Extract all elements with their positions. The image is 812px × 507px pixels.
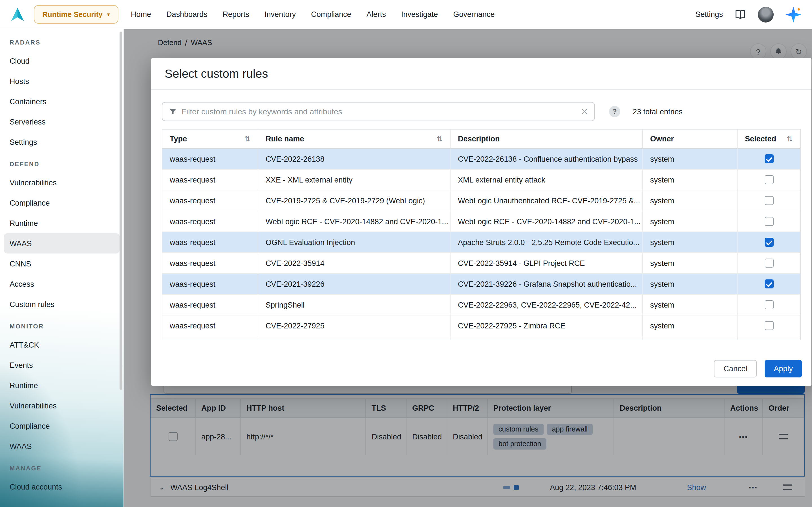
column-owner[interactable]: Owner	[643, 129, 738, 149]
rule-select-checkbox[interactable]	[764, 238, 773, 247]
rule-name: XXE - XML external entity	[258, 170, 451, 190]
rules-table-header: Type ⇅ Rule name ⇅ Description Owner Sel…	[162, 129, 800, 149]
sidebar-item-monitor-att-ck[interactable]: ATT&CK	[4, 335, 119, 355]
column-type[interactable]: Type ⇅	[162, 129, 258, 149]
prisma-star-icon[interactable]	[785, 6, 802, 23]
sidebar: RADARSCloudHostsContainersServerlessSett…	[0, 29, 124, 507]
apply-button[interactable]: Apply	[765, 360, 802, 378]
rule-owner: system	[643, 253, 738, 273]
runtime-security-logo-icon[interactable]	[8, 5, 27, 24]
rule-row[interactable]: waas-request WebLogic RCE - CVE-2020-148…	[162, 211, 800, 232]
rule-row[interactable]: waas-request OGNL Evaluation Injection A…	[162, 232, 800, 253]
sidebar-item-defend-waas[interactable]: WAAS	[4, 233, 119, 253]
sidebar-scrollbar[interactable]	[119, 32, 122, 390]
column-description[interactable]: Description	[451, 129, 643, 149]
rule-select-checkbox[interactable]	[764, 279, 773, 288]
sidebar-item-defend-compliance[interactable]: Compliance	[4, 193, 119, 213]
rule-owner: system	[643, 295, 738, 315]
column-selected[interactable]: Selected ⇅	[738, 129, 800, 149]
topnav-right: Settings	[695, 6, 802, 23]
rule-type: waas-request	[162, 295, 258, 315]
rule-type: waas-request	[162, 149, 258, 169]
column-rule-name[interactable]: Rule name ⇅	[258, 129, 451, 149]
rule-row[interactable]: waas-request SpringShell CVE-2022-22963,…	[162, 295, 800, 316]
rule-select-checkbox[interactable]	[764, 175, 773, 184]
rule-row[interactable]: waas-request CVE-2019-2725 & CVE-2019-27…	[162, 190, 800, 211]
sidebar-section-defend: DEFEND	[0, 152, 123, 172]
sidebar-item-defend-cnns[interactable]: CNNS	[4, 253, 119, 274]
rule-select-checkbox[interactable]	[764, 321, 773, 330]
sidebar-item-radars-serverless[interactable]: Serverless	[4, 112, 119, 132]
rule-description: CVE-2022-22963, CVE-2022-22965, CVE-2022…	[451, 295, 643, 315]
rule-owner: system	[643, 211, 738, 231]
modal-toolbar: × ? 23 total entries	[162, 102, 801, 121]
rules-table: Type ⇅ Rule name ⇅ Description Owner Sel…	[162, 129, 801, 340]
sidebar-item-radars-settings[interactable]: Settings	[4, 132, 119, 152]
sort-icon[interactable]: ⇅	[786, 135, 793, 143]
sidebar-item-radars-containers[interactable]: Containers	[4, 91, 119, 112]
sidebar-item-radars-cloud[interactable]: Cloud	[4, 51, 119, 71]
rule-select-checkbox[interactable]	[764, 259, 773, 268]
sidebar-item-monitor-compliance[interactable]: Compliance	[4, 416, 119, 436]
chevron-down-icon: ▾	[107, 11, 110, 17]
nav-item-dashboards[interactable]: Dashboards	[166, 10, 207, 18]
rule-name: OGNL Evaluation Injection	[258, 232, 451, 252]
top-nav: Runtime Security ▾ HomeDashboardsReports…	[0, 0, 812, 29]
nav-item-home[interactable]: Home	[131, 10, 151, 18]
sidebar-item-monitor-runtime[interactable]: Runtime	[4, 375, 119, 395]
column-type-label: Type	[170, 135, 187, 143]
main-nav: HomeDashboardsReportsInventoryCompliance…	[131, 10, 495, 18]
cancel-button[interactable]: Cancel	[714, 360, 757, 378]
nav-item-governance[interactable]: Governance	[453, 10, 495, 18]
settings-link[interactable]: Settings	[695, 10, 723, 18]
rule-description: CVE-2022-35914 - GLPI Project RCE	[451, 253, 643, 273]
rule-owner: system	[643, 149, 738, 169]
rule-select-checkbox[interactable]	[764, 154, 773, 163]
rule-type	[162, 336, 258, 340]
rule-name	[258, 336, 451, 340]
rule-name: CVE-2021-39226	[258, 274, 451, 294]
rule-row[interactable]	[162, 336, 800, 340]
sort-icon[interactable]: ⇅	[437, 135, 443, 143]
docs-icon[interactable]	[734, 8, 747, 20]
rule-row[interactable]: waas-request XXE - XML external entity X…	[162, 170, 800, 190]
sidebar-item-radars-hosts[interactable]: Hosts	[4, 71, 119, 91]
sidebar-item-defend-vulnerabilities[interactable]: Vulnerabilities	[4, 172, 119, 193]
filter-input[interactable]	[182, 107, 576, 116]
nav-item-reports[interactable]: Reports	[223, 10, 250, 18]
rule-select-checkbox[interactable]	[764, 217, 773, 226]
avatar[interactable]	[758, 6, 774, 22]
sidebar-item-defend-access[interactable]: Access	[4, 274, 119, 294]
clear-filter-icon[interactable]: ×	[580, 107, 588, 116]
rule-select-checkbox[interactable]	[764, 300, 773, 309]
rule-type: waas-request	[162, 211, 258, 231]
sidebar-item-defend-runtime[interactable]: Runtime	[4, 213, 119, 233]
rule-row[interactable]: waas-request CVE-2022-26138 CVE-2022-261…	[162, 149, 800, 170]
modal-title: Select custom rules	[151, 58, 811, 90]
rule-row[interactable]: waas-request CVE-2022-35914 CVE-2022-359…	[162, 253, 800, 274]
sort-icon[interactable]: ⇅	[244, 135, 250, 143]
nav-item-inventory[interactable]: Inventory	[264, 10, 296, 18]
nav-item-investigate[interactable]: Investigate	[401, 10, 438, 18]
rule-name: CVE-2022-26138	[258, 149, 451, 169]
sidebar-item-defend-custom-rules[interactable]: Custom rules	[4, 294, 119, 314]
nav-item-alerts[interactable]: Alerts	[366, 10, 386, 18]
rule-description: WebLogic Unauthenticated RCE- CVE-2019-2…	[451, 190, 643, 211]
rule-type: waas-request	[162, 316, 258, 336]
sidebar-item-monitor-waas[interactable]: WAAS	[4, 436, 119, 456]
rule-description: XML external entity attack	[451, 170, 643, 190]
filter-help-icon[interactable]: ?	[609, 106, 620, 117]
nav-item-compliance[interactable]: Compliance	[311, 10, 351, 18]
product-switcher-button[interactable]: Runtime Security ▾	[34, 5, 118, 24]
column-description-label: Description	[458, 135, 500, 143]
sidebar-item-monitor-vulnerabilities[interactable]: Vulnerabilities	[4, 395, 119, 416]
modal-footer: Cancel Apply	[714, 360, 802, 378]
rule-row[interactable]: waas-request CVE-2022-27925 CVE-2022-279…	[162, 316, 800, 336]
rule-owner: system	[643, 316, 738, 336]
rule-name: CVE-2022-27925	[258, 316, 451, 336]
app-root: Runtime Security ▾ HomeDashboardsReports…	[0, 0, 812, 507]
sidebar-item-monitor-events[interactable]: Events	[4, 355, 119, 375]
sidebar-item-manage-cloud-accounts[interactable]: Cloud accounts	[4, 476, 119, 497]
rule-select-checkbox[interactable]	[764, 196, 773, 205]
rule-row[interactable]: waas-request CVE-2021-39226 CVE-2021-392…	[162, 274, 800, 295]
